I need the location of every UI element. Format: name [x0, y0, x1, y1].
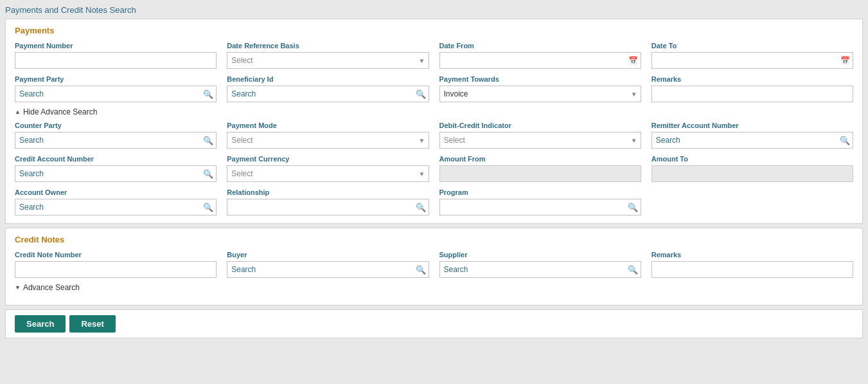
date-to-wrapper: 📅: [651, 52, 853, 69]
remarks-field: Remarks: [651, 75, 853, 102]
buyer-field: Buyer 🔍: [227, 251, 429, 278]
payment-towards-select-wrapper: Invoice ▼: [439, 86, 641, 102]
payments-row-2: Payment Party 🔍 Beneficiary Id 🔍 Payment…: [15, 75, 853, 102]
credit-notes-advance-search-triangle-icon: ▼: [15, 284, 21, 291]
credit-account-number-wrapper: 🔍: [15, 165, 217, 182]
payments-section-title: Payments: [15, 26, 853, 35]
payment-number-field: Payment Number: [15, 42, 217, 69]
date-to-input[interactable]: [651, 52, 853, 69]
payment-mode-select[interactable]: Select: [227, 132, 429, 149]
buyer-input[interactable]: [227, 261, 429, 278]
payments-adv-row-3: Account Owner 🔍 Relationship 🔍 Program 🔍: [15, 188, 853, 215]
account-owner-field: Account Owner 🔍: [15, 188, 217, 215]
remitter-account-number-input[interactable]: [651, 132, 853, 149]
beneficiary-id-label: Beneficiary Id: [227, 75, 429, 83]
buyer-label: Buyer: [227, 251, 429, 259]
amount-to-input[interactable]: [651, 165, 853, 182]
credit-notes-section-title: Credit Notes: [15, 235, 853, 244]
supplier-wrapper: 🔍: [439, 261, 641, 278]
payment-towards-select[interactable]: Invoice: [439, 86, 641, 102]
payment-currency-field: Payment Currency Select ▼: [227, 155, 429, 182]
relationship-input[interactable]: [227, 199, 429, 215]
date-to-field: Date To 📅: [651, 42, 853, 69]
account-owner-input[interactable]: [15, 199, 217, 215]
remitter-account-number-label: Remitter Account Number: [651, 122, 853, 129]
payment-party-label: Payment Party: [15, 75, 217, 83]
credit-account-number-input[interactable]: [15, 165, 217, 182]
payments-adv-row-1: Counter Party 🔍 Payment Mode Select ▼ De…: [15, 122, 853, 149]
counter-party-field: Counter Party 🔍: [15, 122, 217, 149]
remitter-account-number-field: Remitter Account Number 🔍: [651, 122, 853, 149]
date-from-wrapper: 📅: [439, 52, 641, 69]
program-label: Program: [439, 188, 641, 196]
date-reference-basis-field: Date Reference Basis Select ▼: [227, 42, 429, 69]
payments-section: Payments Payment Number Date Reference B…: [5, 19, 863, 224]
account-owner-wrapper: 🔍: [15, 199, 217, 215]
payment-towards-field: Payment Towards Invoice ▼: [439, 75, 641, 102]
payment-mode-select-wrapper: Select ▼: [227, 132, 429, 149]
beneficiary-id-input[interactable]: [227, 86, 429, 102]
credit-notes-advance-search-label: Advance Search: [23, 283, 80, 292]
date-from-input[interactable]: [439, 52, 641, 69]
payment-party-wrapper: 🔍: [15, 86, 217, 102]
date-reference-basis-select-wrapper: Select ▼: [227, 52, 429, 69]
hide-advance-search-label: Hide Advance Search: [23, 107, 97, 116]
payments-placeholder-field: [651, 188, 853, 215]
relationship-wrapper: 🔍: [227, 199, 429, 215]
payment-number-input[interactable]: [15, 52, 217, 69]
program-field: Program 🔍: [439, 188, 641, 215]
counter-party-wrapper: 🔍: [15, 132, 217, 149]
debit-credit-indicator-field: Debit-Credit Indicator Select ▼: [439, 122, 641, 149]
payment-currency-label: Payment Currency: [227, 155, 429, 163]
payments-adv-row-2: Credit Account Number 🔍 Payment Currency…: [15, 155, 853, 182]
payment-currency-select-wrapper: Select ▼: [227, 165, 429, 182]
page-title: Payments and Credit Notes Search: [5, 5, 863, 15]
program-wrapper: 🔍: [439, 199, 641, 215]
credit-note-number-label: Credit Note Number: [15, 251, 217, 259]
date-from-label: Date From: [439, 42, 641, 50]
credit-account-number-field: Credit Account Number 🔍: [15, 155, 217, 182]
credit-notes-remarks-input[interactable]: [651, 261, 853, 278]
payment-mode-label: Payment Mode: [227, 122, 429, 129]
date-reference-basis-select[interactable]: Select: [227, 52, 429, 69]
beneficiary-id-wrapper: 🔍: [227, 86, 429, 102]
date-from-field: Date From 📅: [439, 42, 641, 69]
remitter-account-number-wrapper: 🔍: [651, 132, 853, 149]
credit-notes-remarks-label: Remarks: [651, 251, 853, 259]
supplier-field: Supplier 🔍: [439, 251, 641, 278]
credit-notes-row-1: Credit Note Number Buyer 🔍 Supplier 🔍 Re…: [15, 251, 853, 278]
amount-to-field: Amount To: [651, 155, 853, 182]
buyer-wrapper: 🔍: [227, 261, 429, 278]
payment-number-label: Payment Number: [15, 42, 217, 50]
counter-party-input[interactable]: [15, 132, 217, 149]
credit-notes-advance-search-toggle[interactable]: ▼ Advance Search: [15, 283, 853, 292]
relationship-label: Relationship: [227, 188, 429, 196]
payment-mode-field: Payment Mode Select ▼: [227, 122, 429, 149]
supplier-input[interactable]: [439, 261, 641, 278]
hide-advance-search-toggle[interactable]: ▲ Hide Advance Search: [15, 107, 853, 116]
date-to-label: Date To: [651, 42, 853, 50]
program-input[interactable]: [439, 199, 641, 215]
reset-button[interactable]: Reset: [69, 315, 115, 333]
relationship-field: Relationship 🔍: [227, 188, 429, 215]
supplier-label: Supplier: [439, 251, 641, 259]
credit-notes-section: Credit Notes Credit Note Number Buyer 🔍 …: [5, 228, 863, 306]
credit-note-number-input[interactable]: [15, 261, 217, 278]
payment-party-input[interactable]: [15, 86, 217, 102]
debit-credit-indicator-label: Debit-Credit Indicator: [439, 122, 641, 129]
credit-notes-remarks-field: Remarks: [651, 251, 853, 278]
counter-party-label: Counter Party: [15, 122, 217, 129]
amount-from-input[interactable]: [439, 165, 641, 182]
remarks-input[interactable]: [651, 86, 853, 102]
amount-from-label: Amount From: [439, 155, 641, 163]
debit-credit-indicator-select[interactable]: Select: [439, 132, 641, 149]
credit-account-number-label: Credit Account Number: [15, 155, 217, 163]
search-button[interactable]: Search: [15, 315, 66, 333]
account-owner-label: Account Owner: [15, 188, 217, 196]
payment-currency-select[interactable]: Select: [227, 165, 429, 182]
buttons-row: Search Reset: [5, 309, 863, 338]
payments-row-1: Payment Number Date Reference Basis Sele…: [15, 42, 853, 69]
advance-search-triangle-icon: ▲: [15, 109, 21, 115]
date-reference-basis-label: Date Reference Basis: [227, 42, 429, 50]
remarks-label: Remarks: [651, 75, 853, 83]
